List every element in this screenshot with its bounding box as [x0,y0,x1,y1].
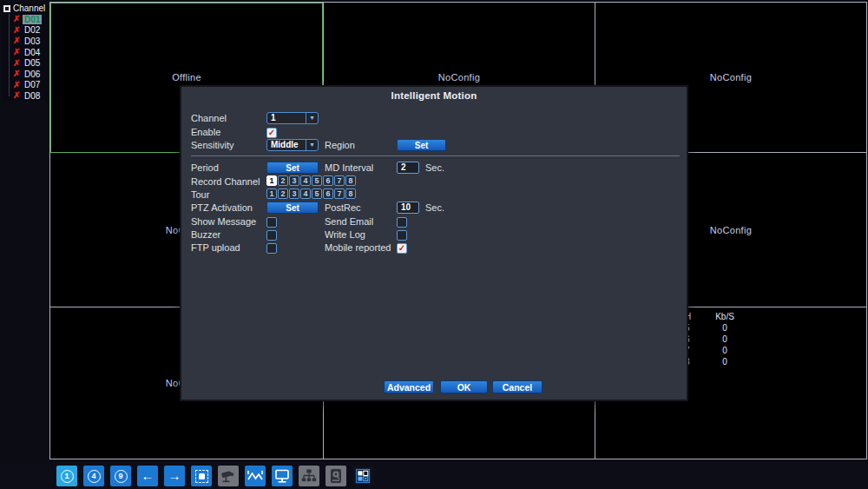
display-button[interactable] [272,466,293,486]
tour-5[interactable]: 5 [312,188,322,199]
single-view-button[interactable]: 1 [56,466,77,486]
tour-buttons: 1 2 3 4 5 6 7 8 [266,188,356,199]
x-mark-icon: ✗ [13,91,23,100]
cell-status-label: Offline [172,72,201,83]
channel-item-d04[interactable]: ✗ D04 [5,47,49,58]
channel-item-d07[interactable]: ✗ D07 [5,80,49,91]
multi-screen-button[interactable] [352,466,373,486]
arrow-left-icon: ← [141,466,155,486]
single-view-icon: 1 [61,470,74,483]
channel-tree: ✗ D01 ✗ D02 ✗ D03 ✗ D04 ✗ D05 ✗ D06 ✗ D0… [5,14,49,102]
record-channel-8[interactable]: 8 [345,175,356,186]
bitrate-table: H Kb/S 5 0 6 0 7 0 8 0 [685,311,751,367]
channel-tree-title: Channel [13,3,45,13]
record-channel-1[interactable]: 1 [266,175,277,186]
cell-status-label: NoConfig [438,72,480,83]
x-mark-icon: ✗ [13,69,23,78]
x-mark-icon: ✗ [13,26,23,35]
record-channel-7[interactable]: 7 [334,175,345,186]
nine-view-icon: 9 [115,470,128,483]
channel-tree-header[interactable]: Channel [2,2,49,14]
nine-view-button[interactable]: 9 [110,466,131,486]
show-message-checkbox[interactable] [266,217,277,228]
region-label: Region [325,139,355,151]
show-message-label: Show Message [191,215,256,228]
write-log-checkbox[interactable] [397,230,407,241]
chevron-down-icon[interactable]: ▾ [306,113,318,123]
ftp-upload-checkbox[interactable] [266,243,277,254]
tour-8[interactable]: 8 [345,188,356,199]
network-icon [299,466,319,486]
bitrate-row: 7 0 [685,345,751,356]
record-channel-4[interactable]: 4 [300,175,311,186]
channel-tree-panel: Channel ✗ D01 ✗ D02 ✗ D03 ✗ D04 ✗ D05 ✗ … [2,2,49,101]
channel-item-d05[interactable]: ✗ D05 [5,57,49,69]
md-interval-unit: Sec. [425,162,444,174]
postrec-label: PostRec [325,202,361,214]
channel-item-d01[interactable]: ✗ D01 [5,14,49,25]
record-button[interactable] [191,466,212,486]
cancel-button[interactable]: Cancel [492,380,542,393]
x-mark-icon: ✗ [13,81,23,89]
bitrate-col-kbs: Kb/S [699,311,751,322]
network-button[interactable] [299,466,319,486]
postrec-unit: Sec. [425,202,444,214]
check-icon: ✓ [267,129,276,137]
tour-label: Tour [191,188,209,201]
previous-button[interactable]: ← [137,466,158,486]
record-channel-2[interactable]: 2 [278,175,288,186]
x-mark-icon: ✗ [13,48,23,56]
x-mark-icon: ✗ [13,15,23,23]
ptz-camera-button[interactable] [218,466,239,486]
cell-status-label: NoConfig [710,225,752,235]
send-email-label: Send Email [325,215,373,228]
region-set-button[interactable]: Set [397,139,446,151]
intelligent-motion-dialog: Intelligent Motion Channel 1 ▾ Enable ✓ … [180,85,688,401]
tour-2[interactable]: 2 [278,188,288,199]
record-channel-5[interactable]: 5 [312,175,322,186]
bitrate-row: 8 0 [685,356,751,367]
bitrate-row: 5 0 [685,322,751,334]
next-button[interactable]: → [164,466,185,486]
ptz-set-button[interactable]: Set [266,202,319,214]
chevron-down-icon[interactable]: ▾ [306,140,318,150]
bitrate-row: 6 0 [685,334,751,345]
write-log-label: Write Log [325,228,365,241]
color-adjust-button[interactable] [245,466,266,486]
postrec-input[interactable]: 10 [397,202,419,214]
x-mark-icon: ✗ [13,36,23,45]
channel-item-d03[interactable]: ✗ D03 [5,36,49,47]
buzzer-label: Buzzer [191,228,220,241]
tour-1[interactable]: 1 [266,188,277,199]
record-channel-buttons: 1 2 3 4 5 6 7 8 [266,175,356,186]
tour-6[interactable]: 6 [323,188,333,199]
tour-3[interactable]: 3 [289,188,299,199]
ftp-upload-label: FTP upload [191,241,240,254]
disk-search-button[interactable] [326,466,346,486]
advanced-button[interactable]: Advanced [384,380,434,393]
enable-label: Enable [191,126,220,138]
quad-view-icon: 4 [88,470,101,483]
enable-checkbox[interactable]: ✓ [266,128,277,138]
channel-item-d02[interactable]: ✗ D02 [5,25,49,36]
color-adjust-icon [245,466,266,486]
ptz-camera-icon [218,466,239,486]
period-set-button[interactable]: Set [266,162,319,174]
buzzer-checkbox[interactable] [266,230,277,241]
channel-item-d06[interactable]: ✗ D06 [5,69,49,80]
tour-4[interactable]: 4 [300,188,311,199]
mobile-reported-checkbox[interactable]: ✓ [397,243,407,254]
md-interval-input[interactable]: 2 [397,162,419,174]
dvr-screen: { "icons": { "dropdown_arrow": "▾", "arr… [0,0,868,489]
channel-item-d08[interactable]: ✗ D08 [5,90,49,102]
tour-7[interactable]: 7 [334,188,345,199]
sensitivity-select[interactable]: Middle ▾ [266,139,319,151]
quad-view-button[interactable]: 4 [83,466,104,486]
send-email-checkbox[interactable] [397,217,407,228]
collapse-icon[interactable] [3,5,10,12]
sensitivity-label: Sensitivity [191,139,234,151]
ok-button[interactable]: OK [440,380,488,393]
channel-select[interactable]: 1 ▾ [266,112,319,124]
record-channel-6[interactable]: 6 [323,175,333,186]
record-channel-3[interactable]: 3 [289,175,299,186]
